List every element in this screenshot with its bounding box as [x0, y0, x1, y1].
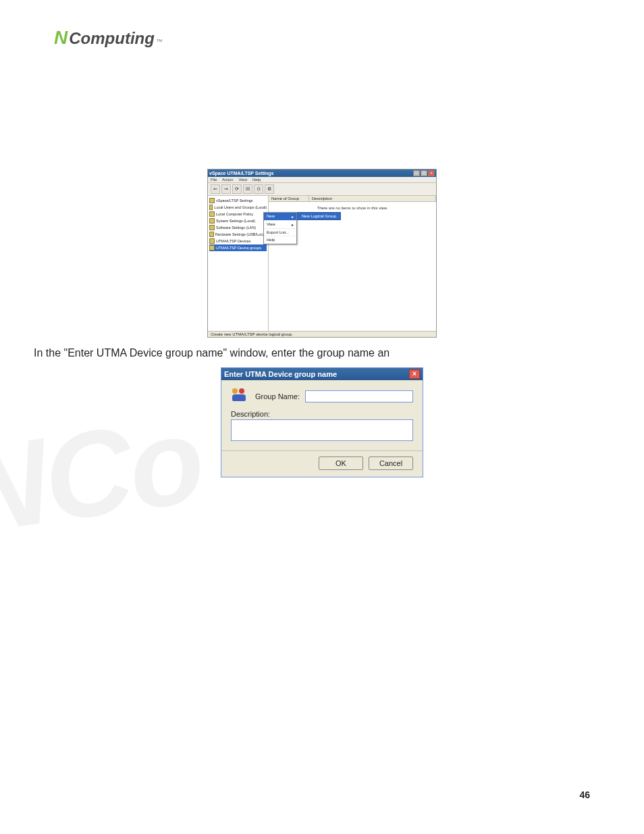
status-bar: Create new UTMA/LTSP device logical grou… [208, 331, 436, 337]
tree-item[interactable]: UTMA/LTSP Devices [209, 238, 267, 244]
chevron-right-icon: ▸ [292, 222, 294, 227]
tree-item[interactable]: Software Settings (LAN) [209, 224, 267, 231]
toolbar-export-icon[interactable]: ⎙ [254, 184, 263, 194]
window-buttons: – □ × [413, 170, 435, 176]
description-input[interactable] [231, 419, 413, 441]
column-description[interactable]: Description [309, 196, 436, 201]
window-title: vSpace UTMA/LTSP Settings [209, 171, 273, 176]
folder-icon [209, 205, 213, 210]
context-menu-view[interactable]: View▸ [264, 221, 296, 229]
close-button[interactable]: × [428, 170, 435, 176]
menu-help[interactable]: Help [252, 178, 261, 182]
context-menu-help[interactable]: Help [264, 236, 296, 244]
toolbar: ⇐ ⇒ ⟳ ☒ ⎙ ⚙ [208, 183, 436, 196]
minimize-button[interactable]: – [413, 170, 420, 176]
folder-icon [209, 225, 215, 230]
toolbar-refresh-icon[interactable]: ⟳ [232, 184, 242, 194]
context-menu-export[interactable]: Export List... [264, 229, 296, 236]
folder-icon [209, 238, 215, 244]
toolbar-delete-icon[interactable]: ☒ [243, 184, 252, 194]
list-header: Name of Group Description [269, 196, 436, 202]
folder-icon [209, 245, 215, 251]
menu-bar: File Action View Help [208, 177, 436, 183]
tree-item[interactable]: vSpace/LTSP Settings [209, 197, 267, 204]
toolbar-properties-icon[interactable]: ⚙ [265, 184, 274, 194]
maximize-button[interactable]: □ [421, 170, 427, 176]
dialog-title: Enter UTMA Device group name [224, 370, 337, 378]
ok-button[interactable]: OK [319, 457, 363, 470]
folder-icon [209, 232, 214, 237]
instruction-text: In the "Enter UTMA Device group name" wi… [34, 347, 644, 359]
tree-item[interactable]: System Settings (Local) [209, 217, 267, 224]
menu-action[interactable]: Action [222, 178, 234, 182]
separator [221, 450, 423, 451]
folder-icon [209, 211, 215, 217]
logo-text: Computing [69, 29, 155, 48]
logo-mark: N [54, 27, 68, 49]
tree-item[interactable]: Local Users and Groups (Local) [209, 204, 267, 211]
dialog-titlebar: Enter UTMA Device group name × [221, 368, 423, 380]
empty-message: There are no items to show in this view. [269, 206, 436, 210]
tree-item[interactable]: Local Computer Policy [209, 211, 267, 217]
settings-window: vSpace UTMA/LTSP Settings – □ × File Act… [207, 169, 437, 338]
cancel-button[interactable]: Cancel [369, 457, 413, 470]
folder-icon [209, 218, 215, 224]
brand-logo: N Computing ™ [54, 27, 163, 49]
chevron-right-icon: ▸ [292, 214, 294, 219]
tree-item[interactable]: Hardware Settings (USB/Local) [209, 231, 267, 238]
dialog-close-button[interactable]: × [409, 369, 420, 379]
toolbar-back-icon[interactable]: ⇐ [211, 184, 220, 194]
toolbar-forward-icon[interactable]: ⇒ [221, 184, 231, 194]
context-menu: New▸ View▸ Export List... Help [263, 212, 297, 244]
tree-item-selected[interactable]: UTMA/LTSP Device groups [209, 244, 267, 251]
group-name-input[interactable] [305, 390, 413, 402]
description-label: Description: [231, 410, 413, 418]
tree-pane: vSpace/LTSP Settings Local Users and Gro… [208, 196, 269, 331]
window-titlebar: vSpace UTMA/LTSP Settings – □ × [208, 170, 436, 177]
page-number: 46 [579, 789, 590, 800]
group-name-label: Group Name: [255, 392, 300, 400]
group-icon [231, 388, 250, 405]
context-submenu-new-logical-group[interactable]: New Logical Group [297, 212, 341, 220]
folder-icon [209, 198, 215, 203]
group-name-dialog: Enter UTMA Device group name × Group Nam… [221, 367, 423, 477]
logo-trademark: ™ [156, 38, 163, 45]
menu-file[interactable]: File [211, 178, 217, 182]
menu-view[interactable]: View [238, 178, 247, 182]
context-menu-new[interactable]: New▸ [264, 213, 296, 221]
list-pane: Name of Group Description There are no i… [269, 196, 436, 331]
column-name[interactable]: Name of Group [269, 196, 309, 201]
